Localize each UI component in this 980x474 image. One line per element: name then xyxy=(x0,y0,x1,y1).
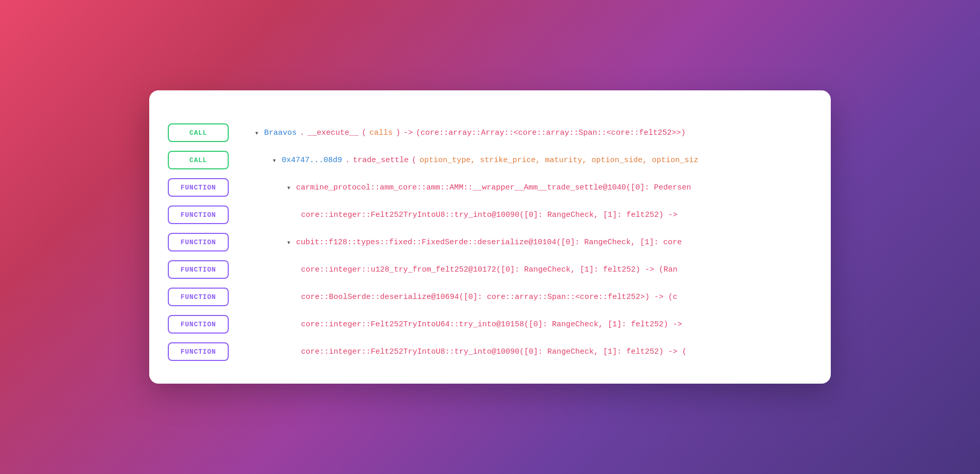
badge-function[interactable]: FUNCTION xyxy=(168,233,229,251)
code-text: ) xyxy=(396,129,401,137)
trace-content: core::BoolSerde::deserialize@10694([0]: … xyxy=(250,293,812,302)
trace-content: core::integer::Felt252TryIntoU64::try_in… xyxy=(250,320,812,329)
trace-content: ▾Braavos.__execute__(calls)->(core::arra… xyxy=(250,129,812,137)
chevron-icon[interactable]: ▾ xyxy=(287,238,291,247)
call-trace-card: CALL▾Braavos.__execute__(calls)->(core::… xyxy=(149,90,831,384)
code-text: core::BoolSerde::deserialize@10694([0]: … xyxy=(301,293,677,302)
chevron-icon[interactable]: ▾ xyxy=(272,156,276,165)
code-text: core::integer::Felt252TryIntoU8::try_int… xyxy=(301,211,677,219)
code-text: ( xyxy=(412,156,417,165)
badge-cell: FUNCTION xyxy=(168,178,250,197)
code-text: core::integer::Felt252TryIntoU8::try_int… xyxy=(301,347,687,356)
code-text: . xyxy=(299,129,304,137)
code-text: . xyxy=(345,156,350,165)
trace-row-5: FUNCTION▾cubit::f128::types::fixed::Fixe… xyxy=(168,229,812,256)
code-text: calls xyxy=(370,129,393,137)
trace-content: core::integer::Felt252TryIntoU8::try_int… xyxy=(250,347,812,356)
trace-row-2: CALL▾0x4747...08d9.trade_settle(option_t… xyxy=(168,147,812,173)
code-text: (core::array::Array::<core::array::Span:… xyxy=(416,129,686,137)
trace-content: ▾0x4747...08d9.trade_settle(option_type,… xyxy=(250,156,812,165)
code-text: ( xyxy=(362,129,367,137)
code-text: core::integer::Felt252TryIntoU64::try_in… xyxy=(301,320,682,329)
code-text: cubit::f128::types::fixed::FixedSerde::d… xyxy=(296,238,682,247)
badge-cell: FUNCTION xyxy=(168,233,250,251)
code-text: trade_settle xyxy=(353,156,408,165)
trace-row-3: FUNCTION▾carmine_protocol::amm_core::amm… xyxy=(168,174,812,201)
trace-content: ▾carmine_protocol::amm_core::amm::AMM::_… xyxy=(250,183,812,192)
trace-row-8: FUNCTIONcore::integer::Felt252TryIntoU64… xyxy=(168,311,812,338)
code-text: core::integer::u128_try_from_felt252@101… xyxy=(301,265,677,274)
trace-row-9: FUNCTIONcore::integer::Felt252TryIntoU8:… xyxy=(168,338,812,365)
badge-call[interactable]: CALL xyxy=(168,123,229,142)
badge-function[interactable]: FUNCTION xyxy=(168,315,229,334)
code-text: 0x4747...08d9 xyxy=(281,156,342,165)
chevron-icon[interactable]: ▾ xyxy=(287,183,291,192)
badge-cell: FUNCTION xyxy=(168,342,250,361)
badge-cell: FUNCTION xyxy=(168,206,250,224)
trace-row-4: FUNCTIONcore::integer::Felt252TryIntoU8:… xyxy=(168,201,812,228)
code-text: option_type, strike_price, maturity, opt… xyxy=(420,156,699,165)
trace-content: ▾cubit::f128::types::fixed::FixedSerde::… xyxy=(250,238,812,247)
badge-function[interactable]: FUNCTION xyxy=(168,206,229,224)
badge-cell: FUNCTION xyxy=(168,288,250,306)
badge-function[interactable]: FUNCTION xyxy=(168,178,229,197)
code-text: -> xyxy=(404,129,413,137)
badge-function[interactable]: FUNCTION xyxy=(168,260,229,279)
badge-function[interactable]: FUNCTION xyxy=(168,342,229,361)
chevron-icon[interactable]: ▾ xyxy=(255,129,259,137)
code-text: Braavos xyxy=(264,129,296,137)
badge-function[interactable]: FUNCTION xyxy=(168,288,229,306)
trace-content: core::integer::u128_try_from_felt252@101… xyxy=(250,265,812,274)
badge-cell: FUNCTION xyxy=(168,315,250,334)
badge-call[interactable]: CALL xyxy=(168,151,229,169)
trace-container: CALL▾Braavos.__execute__(calls)->(core::… xyxy=(168,119,812,365)
badge-cell: FUNCTION xyxy=(168,260,250,279)
code-text: carmine_protocol::amm_core::amm::AMM::__… xyxy=(296,183,691,192)
badge-cell: CALL xyxy=(168,123,250,142)
badge-cell: CALL xyxy=(168,151,250,169)
trace-row-6: FUNCTIONcore::integer::u128_try_from_fel… xyxy=(168,256,812,283)
trace-row-1: CALL▾Braavos.__execute__(calls)->(core::… xyxy=(168,119,812,146)
code-text: __execute__ xyxy=(307,129,358,137)
trace-content: core::integer::Felt252TryIntoU8::try_int… xyxy=(250,211,812,219)
trace-row-7: FUNCTIONcore::BoolSerde::deserialize@106… xyxy=(168,283,812,310)
